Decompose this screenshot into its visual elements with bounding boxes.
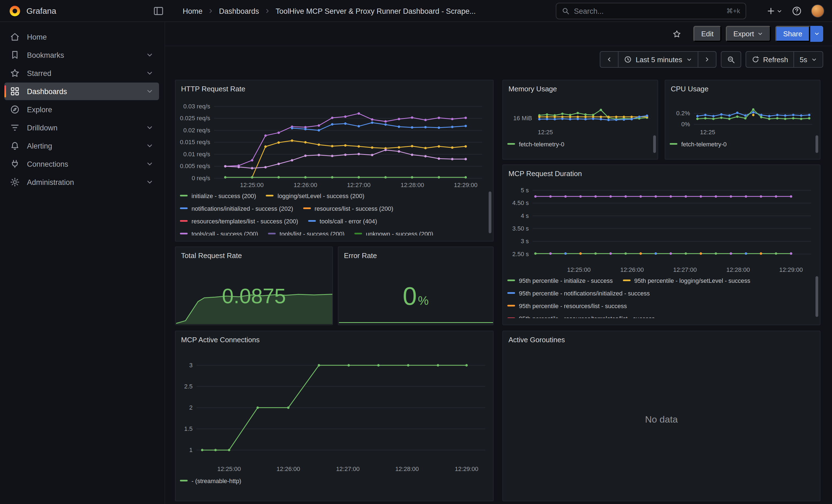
panel-cpu-usage: CPU Usage 0.2%0%12:25 fetch-telemetry-0 — [665, 80, 821, 160]
legend-item[interactable]: 95th percentile - initialize - success — [508, 277, 613, 284]
legend-item[interactable]: resources/templates/list - success (200) — [180, 218, 298, 224]
panel-http-request-rate: HTTP Request Rate 0 req/s0.005 req/s0.01… — [175, 80, 494, 242]
sidebar-item-connections[interactable]: Connections — [4, 155, 159, 173]
chart-legend: 95th percentile - initialize - success95… — [508, 274, 807, 318]
panel-title[interactable]: Memory Usage — [503, 80, 657, 93]
time-range-group: Last 5 minutes — [600, 51, 716, 68]
panel-title[interactable]: CPU Usage — [665, 80, 820, 93]
legend-item[interactable]: notifications/initialized - success (202… — [180, 205, 293, 212]
breadcrumb-home[interactable]: Home — [183, 7, 203, 15]
legend-row: 95th percentile - resources/templates/li… — [508, 312, 807, 318]
legend-label: unknown - success (200) — [366, 230, 433, 236]
refresh-group: Refresh 5s — [745, 51, 823, 68]
legend-label: logging/setLevel - success (200) — [278, 192, 365, 199]
svg-text:0.03 req/s: 0.03 req/s — [183, 103, 210, 110]
sidebar-item-explore[interactable]: Explore — [4, 101, 159, 118]
legend-item[interactable]: 95th percentile - notifications/initiali… — [508, 290, 650, 296]
svg-text:2: 2 — [189, 404, 192, 411]
zoom-out-button[interactable] — [721, 52, 740, 67]
svg-text:12:28:00: 12:28:00 — [395, 466, 419, 472]
time-series-chart[interactable]: 0 req/s0.005 req/s0.01 req/s0.015 req/s0… — [180, 95, 490, 189]
legend-item[interactable]: fetch-telemetry-0 — [508, 140, 564, 147]
time-series-chart[interactable]: 16 MiB12:25 — [508, 94, 654, 136]
time-shift-forward-button[interactable] — [698, 52, 716, 67]
legend-item[interactable]: - (streamable-http) — [180, 477, 241, 484]
breadcrumb-dashboards[interactable]: Dashboards — [219, 7, 259, 15]
chevron-down-icon[interactable] — [146, 142, 154, 150]
refresh-button[interactable]: Refresh — [746, 52, 794, 67]
grafana-app: Grafana Home Dashboards ToolHive MCP Ser… — [0, 0, 832, 504]
legend-marker — [266, 195, 274, 196]
time-shift-back-button[interactable] — [600, 52, 618, 67]
sidebar-item-administration[interactable]: Administration — [4, 173, 159, 191]
sidebar-item-dashboards[interactable]: Dashboards — [4, 82, 159, 100]
legend-scrollbar[interactable] — [653, 135, 656, 153]
chevron-down-icon[interactable] — [146, 87, 154, 95]
time-series-chart[interactable]: 0.2%0%12:25 — [670, 94, 816, 136]
chevron-down-icon — [757, 31, 763, 37]
breadcrumb-current[interactable]: ToolHive MCP Server & Proxy Runner Dashb… — [276, 7, 476, 15]
chevron-down-icon[interactable] — [146, 178, 154, 186]
search-box[interactable]: ⌘+k — [556, 3, 746, 19]
panel-title[interactable]: MCP Request Duration — [503, 165, 820, 178]
panel-title[interactable]: Error Rate — [338, 247, 493, 260]
chevron-down-icon[interactable] — [146, 124, 154, 132]
compass-icon — [10, 105, 20, 114]
legend-item[interactable]: logging/setLevel - success (200) — [266, 192, 365, 199]
legend-marker — [180, 207, 188, 209]
legend-item[interactable]: unknown - success (200) — [354, 230, 433, 236]
refresh-interval-label: 5s — [800, 55, 807, 63]
chevron-down-icon[interactable] — [146, 69, 154, 77]
legend-item[interactable]: 95th percentile - resources/templates/li… — [508, 315, 655, 318]
svg-text:12:29:00: 12:29:00 — [454, 182, 478, 188]
legend-item[interactable]: resources/list - success (200) — [303, 205, 393, 212]
panel-title[interactable]: MCP Active Connections — [176, 331, 493, 344]
svg-text:12:26:00: 12:26:00 — [293, 182, 317, 188]
plug-icon — [10, 159, 20, 169]
legend-label: 95th percentile - initialize - success — [519, 277, 613, 284]
sidebar-item-home[interactable]: Home — [4, 28, 159, 46]
chart-legend: fetch-telemetry-0 — [508, 137, 645, 152]
user-avatar[interactable] — [811, 4, 824, 18]
legend-item[interactable]: initialize - success (200) — [180, 192, 256, 199]
panel-total-request-rate: Total Request Rate 0.0875 — [175, 246, 333, 325]
legend-row: fetch-telemetry-0 — [670, 137, 807, 150]
time-series-chart[interactable]: 11.522.5312:25:0012:26:0012:27:0012:28:0… — [180, 348, 490, 473]
chevron-down-icon[interactable] — [146, 160, 154, 168]
grafana-logo[interactable]: Grafana — [0, 5, 56, 17]
legend-item[interactable]: tools/call - success (200) — [180, 230, 258, 236]
sidebar-item-bookmarks[interactable]: Bookmarks — [4, 46, 159, 64]
legend-item[interactable]: tools/call - error (404) — [308, 218, 377, 224]
time-series-chart[interactable]: 2.50 s3 s3.50 s4 s4.50 s5 s12:25:0012:26… — [508, 179, 816, 274]
sidebar-toggle-icon[interactable] — [152, 4, 165, 18]
sidebar-item-alerting[interactable]: Alerting — [4, 137, 159, 155]
star-dashboard-button[interactable] — [669, 26, 685, 42]
svg-text:12:27:00: 12:27:00 — [336, 466, 360, 472]
legend-item[interactable]: 95th percentile - logging/setLevel - suc… — [623, 277, 750, 284]
legend-item[interactable]: 95th percentile - resources/list - succe… — [508, 302, 627, 309]
panel-title[interactable]: HTTP Request Rate — [176, 80, 493, 93]
sidebar-item-label: Administration — [27, 178, 139, 186]
share-button[interactable]: Share — [776, 26, 810, 42]
time-toolbar: Last 5 minutes Refresh — [165, 46, 832, 73]
legend-item[interactable]: fetch-telemetry-0 — [670, 140, 727, 147]
svg-text:12:27:00: 12:27:00 — [673, 266, 697, 273]
new-menu-button[interactable] — [766, 7, 782, 16]
help-icon[interactable] — [792, 6, 802, 16]
legend-scrollbar[interactable] — [489, 191, 491, 233]
legend-item[interactable]: tools/list - success (200) — [268, 230, 344, 236]
refresh-interval-picker[interactable]: 5s — [794, 52, 823, 67]
time-range-picker[interactable]: Last 5 minutes — [618, 52, 698, 67]
search-input[interactable] — [574, 7, 722, 15]
legend-scrollbar[interactable] — [815, 135, 818, 153]
edit-button[interactable]: Edit — [694, 26, 721, 42]
plus-icon — [766, 7, 775, 16]
panel-title[interactable]: Total Request Rate — [176, 247, 332, 260]
gear-icon — [10, 177, 20, 187]
legend-scrollbar[interactable] — [815, 276, 818, 317]
share-menu-button[interactable] — [810, 26, 823, 42]
sidebar-item-starred[interactable]: Starred — [4, 64, 159, 82]
chevron-down-icon[interactable] — [146, 51, 154, 59]
export-button[interactable]: Export — [726, 26, 771, 42]
sidebar-item-drilldown[interactable]: Drilldown — [4, 119, 159, 136]
